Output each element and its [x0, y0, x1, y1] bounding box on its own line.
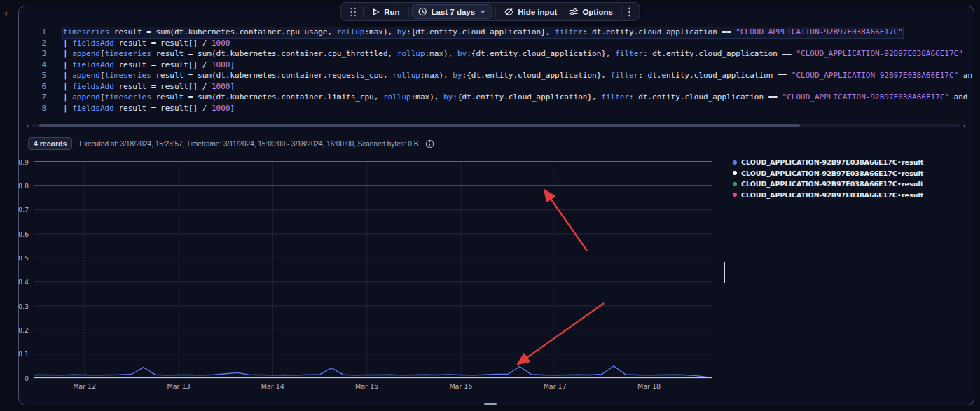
chevron-down-icon [479, 8, 485, 15]
code-line[interactable]: 7| append[timeseries result = sum(dt.kub… [22, 92, 972, 103]
notebook-screen: + Run Last 7 days Hide in [0, 0, 980, 411]
line-number: 8 [22, 103, 46, 114]
svg-text:0.3: 0.3 [18, 302, 29, 310]
text-cursor [724, 262, 725, 283]
legend-item[interactable]: CLOUD_APPLICATION-92B97E038A66E17C•resul… [733, 168, 923, 179]
sliders-icon [568, 8, 578, 16]
svg-text:0.9: 0.9 [18, 158, 29, 166]
code-text: | append[timeseries result = sum(dt.kube… [63, 48, 963, 60]
svg-text:Mar 15: Mar 15 [355, 382, 378, 390]
x-axis-labels: Mar 12Mar 13Mar 14Mar 15Mar 16Mar 17Mar … [73, 382, 661, 390]
line-number: 5 [22, 70, 46, 81]
scrollbar-track[interactable] [32, 124, 960, 127]
svg-text:0.4: 0.4 [18, 278, 29, 286]
scrollbar-thumb[interactable] [39, 124, 800, 127]
line-number: 3 [22, 48, 46, 60]
legend-label: CLOUD_APPLICATION-92B97E038A66E17C•resul… [741, 169, 923, 177]
dql-editor[interactable]: 1timeseries result = sum(dt.kubernetes.c… [22, 27, 972, 123]
code-line[interactable]: 6| fieldsAdd result = result[] / 1000] [22, 81, 972, 92]
legend-color-dot [733, 193, 737, 197]
info-icon[interactable] [425, 139, 434, 148]
toolbar-divider [362, 6, 363, 18]
toolbar-divider [621, 6, 622, 18]
code-line[interactable]: 1timeseries result = sum(dt.kubernetes.c… [22, 27, 972, 38]
svg-text:Mar 14: Mar 14 [261, 382, 284, 390]
code-text: | append[timeseries result = sum(dt.kube… [63, 70, 972, 81]
legend-item[interactable]: CLOUD_APPLICATION-92B97E038A66E17C•resul… [733, 190, 923, 201]
svg-text:0.6: 0.6 [18, 230, 29, 238]
options-button[interactable]: Options [563, 6, 618, 18]
line-number: 2 [22, 38, 46, 49]
code-line[interactable]: 2| fieldsAdd result = result[] / 1000 [22, 38, 972, 49]
svg-text:0.2: 0.2 [18, 326, 29, 334]
drag-handle-icon[interactable] [345, 6, 359, 18]
svg-text:Mar 12: Mar 12 [73, 382, 96, 390]
section-toolbar: Run Last 7 days Hide input Options [340, 2, 640, 21]
timeframe-button[interactable]: Last 7 days [412, 4, 492, 19]
legend-color-dot [733, 182, 737, 186]
code-text: | fieldsAdd result = result[] / 1000 [63, 38, 230, 49]
legend-item[interactable]: CLOUD_APPLICATION-92B97E038A66E17C•resul… [733, 157, 923, 168]
svg-text:0.1: 0.1 [18, 350, 29, 358]
code-text: | fieldsAdd result = result[] / 1000] [63, 60, 235, 71]
svg-text:Mar 17: Mar 17 [544, 382, 567, 390]
timeseries-chart[interactable]: 00.10.20.30.40.50.60.70.80.9Mar 12Mar 13… [6, 155, 727, 399]
series-lines[interactable] [34, 162, 712, 377]
play-icon [371, 8, 380, 16]
legend-item[interactable]: CLOUD_APPLICATION-92B97E038A66E17C•resul… [733, 179, 923, 190]
add-section-button[interactable]: + [3, 7, 9, 20]
code-text: | append[timeseries result = sum(dt.kube… [63, 92, 972, 103]
code-lines: 1timeseries result = sum(dt.kubernetes.c… [22, 27, 972, 113]
svg-text:0.7: 0.7 [18, 206, 29, 214]
svg-text:Mar 16: Mar 16 [449, 382, 472, 390]
hide-input-label: Hide input [518, 8, 557, 16]
svg-text:0.8: 0.8 [18, 182, 29, 190]
svg-text:Mar 18: Mar 18 [637, 382, 661, 390]
options-label: Options [582, 8, 612, 16]
eye-off-icon [504, 7, 513, 17]
section-resize-handle[interactable] [484, 403, 497, 405]
legend-label: CLOUD_APPLICATION-92B97E038A66E17C•resul… [741, 180, 923, 188]
clock-icon [418, 7, 427, 16]
annotation-arrows [518, 190, 604, 363]
code-text: | fieldsAdd result = result[] / 1000] [63, 81, 235, 92]
svg-text:0: 0 [25, 375, 29, 382]
code-line[interactable]: 3| append[timeseries result = sum(dt.kub… [22, 48, 972, 60]
results-bar: 4 records Executed at: 3/18/2024, 15:23:… [28, 137, 434, 150]
run-button[interactable]: Run [366, 6, 405, 18]
svg-text:0.5: 0.5 [18, 254, 29, 262]
kebab-icon [628, 7, 631, 17]
more-options-button[interactable] [625, 5, 635, 19]
toolbar-divider [495, 6, 495, 18]
run-label: Run [384, 8, 399, 16]
svg-text:Mar 13: Mar 13 [167, 382, 190, 390]
timeframe-label: Last 7 days [432, 8, 476, 16]
legend-label: CLOUD_APPLICATION-92B97E038A66E17C•resul… [741, 158, 923, 166]
code-line[interactable]: 5| append[timeseries result = sum(dt.kub… [22, 70, 972, 81]
code-text: timeseries result = sum(dt.kubernetes.co… [63, 27, 903, 38]
y-axis-labels: 00.10.20.30.40.50.60.70.80.9 [18, 158, 29, 382]
code-line[interactable]: 4| fieldsAdd result = result[] / 1000] [22, 60, 972, 71]
toolbar-divider [408, 6, 409, 18]
records-badge: 4 records [28, 137, 72, 150]
scrollbar-left-arrow[interactable]: ‹ [27, 123, 29, 128]
chart-legend: CLOUD_APPLICATION-92B97E038A66E17C•resul… [733, 157, 923, 200]
line-number: 7 [22, 92, 46, 103]
horizontal-scrollbar[interactable]: ‹ › [27, 123, 965, 128]
legend-label: CLOUD_APPLICATION-92B97E038A66E17C•resul… [741, 191, 923, 199]
line-number: 1 [22, 27, 46, 38]
scrollbar-right-arrow[interactable]: › [962, 123, 965, 128]
code-text: | fieldsAdd result = result[] / 1000] [63, 103, 235, 114]
execution-status-text: Executed at: 3/18/2024, 15:23:57, Timefr… [79, 140, 418, 148]
legend-color-dot [733, 160, 737, 165]
line-number: 6 [22, 81, 46, 92]
code-line[interactable]: 8| fieldsAdd result = result[] / 1000] [22, 103, 972, 114]
hide-input-button[interactable]: Hide input [498, 5, 563, 19]
legend-color-dot [733, 171, 737, 175]
line-number: 4 [22, 60, 46, 71]
gridlines [34, 162, 712, 378]
